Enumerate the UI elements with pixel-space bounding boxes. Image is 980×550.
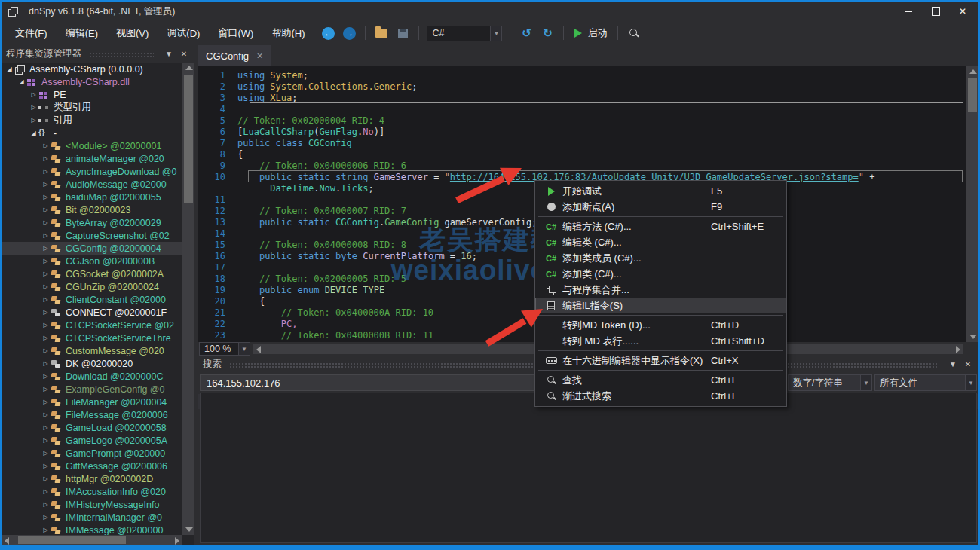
expander-closed-icon[interactable] — [29, 91, 38, 98]
expander-closed-icon[interactable] — [41, 450, 51, 457]
tree-item-animatemanager[interactable]: animateManager @020 — [2, 152, 182, 165]
expander-closed-icon[interactable] — [41, 411, 51, 418]
tree-item-imhistorymessageinfo[interactable]: IMHistoryMessageInfo — [2, 498, 182, 511]
context-menu-item[interactable]: C#添加类 (C#)... — [535, 266, 786, 282]
undo-button[interactable]: ↺ — [518, 25, 534, 41]
tree-item-connect[interactable]: CONNECT @0200001F — [2, 306, 182, 319]
tree-item--[interactable]: - — [2, 127, 182, 139]
tree-item-asyncimagedownload[interactable]: AsyncImageDownload @0 — [2, 165, 182, 178]
expander-closed-icon[interactable] — [41, 386, 51, 393]
code-line-2[interactable]: 2using System.Collections.Generic; — [198, 81, 966, 92]
context-menu-item[interactable]: 转到 MD 表行......Ctrl+Shift+D — [535, 333, 786, 349]
tree-item-immessage[interactable]: IMMessage @0200000 — [2, 524, 182, 535]
tree-vertical-scrollbar[interactable] — [182, 63, 194, 535]
close-icon[interactable]: ✕ — [178, 48, 190, 60]
expander-closed-icon[interactable] — [41, 437, 51, 444]
assembly-explorer-header[interactable]: 程序集资源管理器 ▼ ✕ — [2, 45, 194, 63]
expander-closed-icon[interactable] — [41, 527, 51, 533]
tree-item-cgsocket[interactable]: CGSocket @0200002A — [2, 267, 182, 280]
tree-item-audiomessage[interactable]: AudioMessage @02000 — [2, 178, 182, 191]
expander-closed-icon[interactable] — [41, 322, 51, 328]
tree-item-gameload[interactable]: GameLoad @02000058 — [2, 421, 182, 434]
expander-closed-icon[interactable] — [41, 501, 51, 508]
code-line-4[interactable]: 4 — [198, 103, 966, 115]
chevron-down-icon[interactable]: ▼ — [965, 375, 976, 390]
tree-item-assembly-csharp-0-0-0-0-[interactable]: Assembly-CSharp (0.0.0.0) — [2, 63, 182, 75]
context-menu-item[interactable]: 转到MD Token (D)...Ctrl+D — [535, 317, 786, 333]
expander-closed-icon[interactable] — [41, 270, 51, 277]
tree-item-pe[interactable]: PE — [2, 88, 182, 101]
tab-cgconfig[interactable]: CGConfig ✕ — [198, 45, 271, 66]
expander-closed-icon[interactable] — [41, 181, 51, 188]
search-type-combo[interactable]: 数字/字符串 ▼ — [788, 374, 872, 391]
expander-closed-icon[interactable] — [41, 245, 51, 252]
editor-vertical-scrollbar[interactable] — [966, 66, 978, 342]
tree-item-bit[interactable]: Bit @02000023 — [2, 203, 182, 216]
search-results-area[interactable] — [200, 393, 977, 543]
tree-item-baidumap[interactable]: baiduMap @02000055 — [2, 191, 182, 203]
navigate-forward-button[interactable]: → — [341, 25, 357, 41]
context-menu-item[interactable]: 与程序集合并... — [535, 282, 786, 298]
tree-item-clientconstant[interactable]: ClientConstant @02000 — [2, 293, 182, 306]
tree-item--[interactable]: 引用 — [2, 114, 182, 127]
tree-item-filemanager[interactable]: FileManager @0200004 — [2, 396, 182, 408]
expander-closed-icon[interactable] — [41, 168, 51, 175]
tab-close-icon[interactable]: ✕ — [256, 51, 263, 61]
tree-item-cgjson[interactable]: CGJson @0200000B — [2, 255, 182, 267]
chevron-down-icon[interactable]: ▼ — [860, 375, 871, 390]
tree-item-gameprompt[interactable]: GamePrompt @020000 — [2, 447, 182, 460]
menubar-item[interactable]: 调试(D) — [158, 21, 209, 45]
context-menu-item[interactable]: 编辑IL指令(S) — [535, 298, 786, 313]
tree-item-iminternalmanager[interactable]: IMInternalManager @0 — [2, 511, 182, 524]
navigate-back-button[interactable]: ← — [320, 25, 336, 41]
chevron-down-icon[interactable]: ▼ — [490, 26, 501, 41]
context-menu-item[interactable]: 在十六进制编辑器中显示指令(X)Ctrl+X — [535, 353, 786, 368]
tree-item-filemessage[interactable]: FileMessage @0200006 — [2, 408, 182, 421]
code-line-6[interactable]: 6[LuaCallCSharp(GenFlag.No)] — [198, 126, 966, 137]
context-menu-item[interactable]: C#编辑类 (C#)... — [535, 234, 786, 250]
expander-closed-icon[interactable] — [41, 360, 51, 367]
tree-item-capturescreenshot[interactable]: CaptureScreenshot @02 — [2, 229, 182, 242]
expander-open-icon[interactable] — [29, 130, 38, 136]
tree-item--[interactable]: 类型引用 — [2, 101, 182, 114]
code-line-7[interactable]: 7public class CGConfig — [198, 137, 966, 148]
expander-open-icon[interactable] — [5, 66, 14, 72]
title-bar[interactable]: dnSpy v6.1.8 (64-bit, .NET, 管理员) ✕ — [2, 2, 978, 21]
tree-item-custommessage[interactable]: CustomMessage @020 — [2, 344, 182, 357]
language-combo[interactable]: C# ▼ — [427, 26, 502, 41]
expander-closed-icon[interactable] — [41, 309, 51, 316]
expander-closed-icon[interactable] — [41, 347, 51, 354]
menubar-item[interactable]: 帮助(H) — [262, 21, 314, 45]
menubar-item[interactable]: 编辑(E) — [57, 21, 107, 45]
tree-item-bytearray[interactable]: ByteArray @02000029 — [2, 216, 182, 229]
close-button[interactable]: ✕ — [957, 6, 968, 17]
search-files-combo[interactable]: 所有文件 ▼ — [874, 374, 977, 391]
context-menu-item[interactable]: C#编辑方法 (C#)...Ctrl+Shift+E — [535, 218, 786, 234]
zoom-level-combo[interactable]: 100 % ▼ — [199, 342, 250, 356]
expander-closed-icon[interactable] — [41, 206, 51, 213]
code-line-8[interactable]: 8{ — [198, 148, 966, 160]
expander-closed-icon[interactable] — [41, 488, 51, 495]
expander-closed-icon[interactable] — [41, 463, 51, 469]
code-line-9[interactable]: 9 // Token: 0x04000006 RID: 6 — [198, 160, 966, 171]
expander-closed-icon[interactable] — [41, 155, 51, 162]
expander-closed-icon[interactable] — [29, 117, 38, 124]
tree-horizontal-scrollbar[interactable] — [2, 535, 182, 545]
tree-item-examplegenconfig[interactable]: ExampleGenConfig @0 — [2, 383, 182, 396]
expander-closed-icon[interactable] — [41, 194, 51, 200]
tree-item-download[interactable]: Download @0200000C — [2, 370, 182, 383]
tree-item-ctcpsocketservice[interactable]: CTCPSocketService @02 — [2, 319, 182, 332]
maximize-button[interactable] — [930, 6, 941, 17]
code-line-5[interactable]: 5// Token: 0x02000004 RID: 4 — [198, 115, 966, 126]
redo-button[interactable]: ↻ — [539, 25, 556, 41]
tree-item-imaccusationinfo[interactable]: IMAccusationInfo @020 — [2, 485, 182, 498]
context-menu-item[interactable]: 添加断点(A)F9 — [535, 199, 786, 215]
expander-closed-icon[interactable] — [41, 373, 51, 380]
tree-item--module-[interactable]: <Module> @02000001 — [2, 139, 182, 152]
tree-item-cgunzip[interactable]: CGUnZip @02000024 — [2, 280, 182, 293]
context-menu-item[interactable]: 渐进式搜索Ctrl+I — [535, 388, 786, 404]
expander-closed-icon[interactable] — [41, 514, 51, 521]
menubar-item[interactable]: 视图(V) — [107, 21, 158, 45]
expander-closed-icon[interactable] — [41, 283, 51, 290]
tree-item-ctcpsocketservicethre[interactable]: CTCPSocketServiceThre — [2, 332, 182, 344]
